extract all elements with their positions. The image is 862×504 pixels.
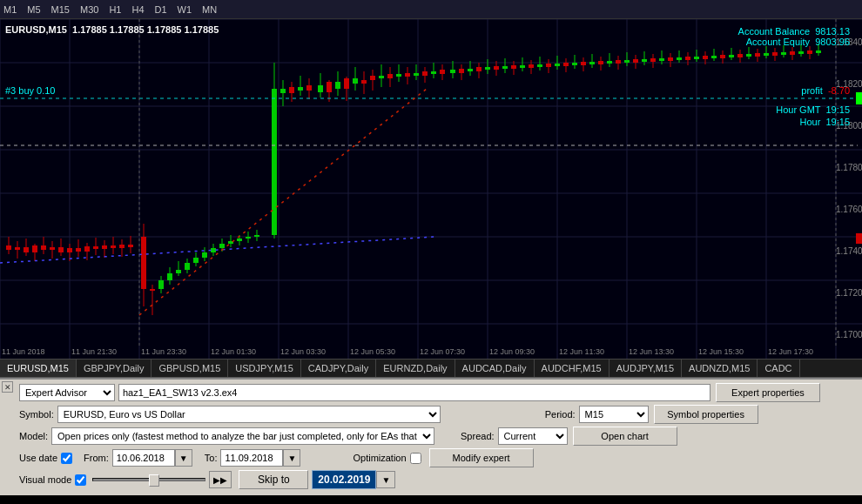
skip-date-picker[interactable]: ▼ bbox=[376, 471, 395, 488]
tab-gbpusd-m15[interactable]: GBPUSD,M15 bbox=[152, 360, 228, 377]
from-date-picker[interactable]: ▼ bbox=[175, 449, 192, 467]
use-date-label: Use date bbox=[19, 453, 57, 463]
tf-m5[interactable]: M5 bbox=[27, 4, 40, 15]
to-date-input[interactable] bbox=[220, 449, 283, 467]
tf-h1[interactable]: H1 bbox=[109, 4, 121, 15]
tf-m30[interactable]: M30 bbox=[80, 4, 98, 15]
expert-properties-button[interactable]: Expert properties bbox=[716, 383, 820, 402]
row4: Use date From: ▼ To: ▼ Optimization Modi… bbox=[19, 448, 857, 467]
spread-label: Spread: bbox=[461, 431, 495, 441]
account-info: Account Balance 9813.13 Account Equity 9… bbox=[738, 26, 850, 47]
to-date-picker[interactable]: ▼ bbox=[283, 449, 300, 467]
open-chart-button[interactable]: Open chart bbox=[573, 427, 677, 446]
optimization-label: Optimization bbox=[353, 453, 406, 463]
chart-area[interactable]: EURUSD,M15 1.17885 1.17885 1.17885 1.178… bbox=[0, 19, 862, 359]
model-label: Model: bbox=[19, 431, 48, 441]
hour-label: Hour 19:15 bbox=[800, 117, 851, 127]
trade-label: #3 buy 0.10 bbox=[5, 85, 56, 96]
tab-eurnzd-daily[interactable]: EURNZD,Daily bbox=[376, 360, 455, 377]
tab-gbpjpy-daily[interactable]: GBPJPY,Daily bbox=[77, 360, 152, 377]
tf-m1[interactable]: M1 bbox=[3, 4, 17, 15]
tab-cadjpy-daily[interactable]: CADJPY,Daily bbox=[301, 360, 377, 377]
profit-label: profit -8.70 bbox=[801, 85, 850, 96]
row5: Visual mode ▶▶ Skip to 20.02.2019 ▼ bbox=[19, 470, 857, 489]
visual-mode-checkbox[interactable] bbox=[75, 474, 86, 486]
top-toolbar: M1 M5 M15 M30 H1 H4 D1 W1 MN bbox=[0, 0, 862, 19]
bottom-panel: ✕ Expert Advisor Expert properties Symbo… bbox=[0, 378, 862, 495]
optimization-checkbox[interactable] bbox=[410, 453, 421, 464]
speed-slider-thumb[interactable] bbox=[149, 474, 159, 487]
speed-slider-track[interactable] bbox=[92, 478, 205, 481]
tf-m15[interactable]: M15 bbox=[51, 4, 70, 15]
tf-w1[interactable]: W1 bbox=[178, 4, 192, 15]
tab-usdjpy-m15[interactable]: USDJPY,M15 bbox=[228, 360, 300, 377]
close-button[interactable]: ✕ bbox=[2, 381, 13, 393]
from-date-input[interactable] bbox=[112, 449, 175, 467]
skip-to-date: 20.02.2019 bbox=[312, 470, 376, 489]
visual-mode-label: Visual mode bbox=[19, 474, 71, 485]
symbol-select[interactable]: EURUSD, Euro vs US Dollar bbox=[57, 406, 441, 423]
from-label: From: bbox=[84, 453, 109, 463]
row3: Model: Open prices only (fastest method … bbox=[19, 427, 857, 446]
tabs-bar: EURUSD,M15 GBPJPY,Daily GBPUSD,M15 USDJP… bbox=[0, 359, 862, 378]
chart-symbol-label: EURUSD,M15 1.17885 1.17885 1.17885 1.178… bbox=[5, 24, 219, 35]
fast-forward-button[interactable]: ▶▶ bbox=[209, 471, 232, 488]
tab-audchf-m15[interactable]: AUDCHF,M15 bbox=[535, 360, 609, 377]
tab-cadc[interactable]: CADC bbox=[758, 360, 799, 377]
row2: Symbol: EURUSD, Euro vs US Dollar Period… bbox=[19, 405, 857, 424]
symbol-properties-button[interactable]: Symbol properties bbox=[654, 405, 758, 424]
model-select[interactable]: Open prices only (fastest method to anal… bbox=[51, 427, 434, 445]
use-date-checkbox[interactable] bbox=[61, 453, 72, 464]
tab-eurusd-m15[interactable]: EURUSD,M15 bbox=[0, 360, 77, 377]
tab-audnzd-m15[interactable]: AUDNZD,M15 bbox=[682, 360, 758, 377]
tf-d1[interactable]: D1 bbox=[155, 4, 167, 15]
symbol-label: Symbol: bbox=[19, 409, 54, 420]
speed-slider-container[interactable] bbox=[92, 478, 205, 481]
type-select[interactable]: Expert Advisor bbox=[19, 384, 115, 401]
spread-select[interactable]: Current bbox=[498, 427, 568, 445]
hour-gmt-label: Hour GMT 19:15 bbox=[776, 104, 850, 115]
modify-expert-button[interactable]: Modify expert bbox=[429, 448, 534, 467]
skip-to-button[interactable]: Skip to bbox=[239, 470, 308, 489]
ea-name-input[interactable] bbox=[118, 384, 710, 401]
period-label: Period: bbox=[545, 409, 576, 420]
tf-mn[interactable]: MN bbox=[202, 4, 217, 15]
period-select[interactable]: M15 bbox=[579, 406, 649, 423]
tab-audjpy-m15[interactable]: AUDJPY,M15 bbox=[609, 360, 682, 377]
to-label: To: bbox=[205, 453, 218, 463]
tf-h4[interactable]: H4 bbox=[131, 4, 144, 15]
row1: Expert Advisor Expert properties bbox=[19, 383, 857, 402]
tab-audcad-daily[interactable]: AUDCAD,Daily bbox=[455, 360, 535, 377]
